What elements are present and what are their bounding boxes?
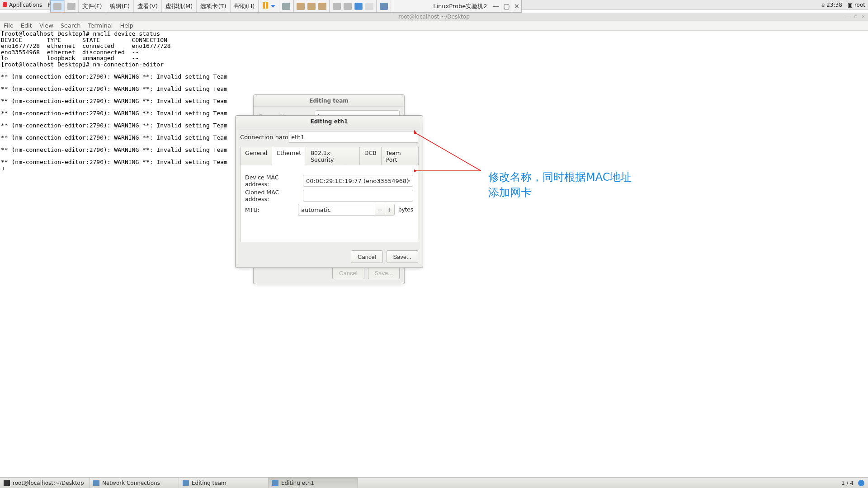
vmware-view-unity-icon[interactable] [365,3,373,10]
vmware-view-single-icon[interactable] [333,3,341,10]
vmware-snapshot-take-icon[interactable] [297,3,305,10]
vmware-view-fullscreen-icon[interactable] [354,3,363,10]
team-save-button[interactable]: Save... [368,267,400,279]
task-editing-team[interactable]: Editing team [179,478,269,488]
vmware-power-dropdown-icon[interactable] [271,5,275,8]
vmware-library-icon[interactable] [65,0,79,12]
mtu-increment-button[interactable]: + [385,204,395,216]
clock: e 23:38 [821,2,842,8]
guest-window-title-text: root@localhost:~/Desktop [398,14,470,20]
vmware-thumbnail-bar-icon[interactable] [380,3,388,10]
tab-general[interactable]: General [240,147,272,165]
vmware-vm-title: LinuxProbe实验机2 [391,0,491,12]
mtu-label: MTU: [245,206,294,213]
device-mac-combo[interactable]: 00:0C:29:1C:19:77 (eno33554968) ▾ [303,175,413,187]
eth-save-button[interactable]: Save... [387,250,418,263]
tab-team-port[interactable]: Team Port [381,147,419,165]
terminal-menu-view[interactable]: View [39,22,53,29]
terminal-menu-terminal[interactable]: Terminal [88,22,113,29]
guest-close-icon[interactable]: × [861,13,865,21]
vmware-snapshot-revert-icon[interactable] [307,3,316,10]
vmware-maximize-icon[interactable]: ▢ [501,0,512,12]
eth-tabs: General Ethernet 802.1x Security DCB Tea… [240,146,418,165]
workspace-indicator[interactable]: 1 / 4 [841,480,854,486]
gnome-taskbar: root@localhost:~/Desktop Network Connect… [0,477,868,488]
eth-conn-name-input[interactable]: eth1 [288,131,418,143]
vmware-menu-vm[interactable]: 虚拟机(M) [162,0,197,12]
guest-minimize-icon[interactable]: — [845,13,850,21]
vmware-view-multi-icon[interactable] [344,3,352,10]
eth-conn-name-label: Connection name: [240,134,288,141]
editing-eth1-title: Editing eth1 [236,116,423,127]
cloned-mac-label: Cloned MAC address: [245,189,299,202]
vmware-pause-button[interactable] [263,2,268,10]
vmware-home-icon[interactable] [50,0,65,12]
vmware-toolbar: 文件(F) 编辑(E) 查看(V) 虚拟机(M) 选项卡(T) 帮助(H) Li… [50,0,522,13]
activities-icon [3,2,7,7]
applications-menu[interactable]: Applications [3,2,42,8]
vmware-menu-edit[interactable]: 编辑(E) [106,0,134,12]
vmware-send-ctrl-alt-del-icon[interactable] [279,0,293,12]
eth1-task-icon [272,480,278,486]
task-network-connections[interactable]: Network Connections [90,478,179,488]
user-menu[interactable]: ▣ root [848,2,865,8]
guest-window-titlebar: root@localhost:~/Desktop — ▫ × [0,13,868,21]
annotation-text: 修改名称，同时根据MAC地址 添加网卡 [488,170,632,200]
terminal-menu-help[interactable]: Help [120,22,133,29]
vmware-menu-help[interactable]: 帮助(H) [231,0,259,12]
mtu-decrement-button[interactable]: − [375,204,385,216]
terminal-menu-search[interactable]: Search [61,22,81,29]
eth-cancel-button[interactable]: Cancel [351,250,382,263]
terminal-menu-edit[interactable]: Edit [21,22,32,29]
terminal-menu-file[interactable]: File [4,22,14,29]
mtu-spinbox[interactable]: automatic − + [298,204,395,216]
network-task-icon [93,480,99,486]
cloned-mac-input[interactable] [303,190,413,202]
tab-dcb[interactable]: DCB [359,147,382,165]
vmware-menu-file[interactable]: 文件(F) [79,0,106,12]
vmware-menu-view[interactable]: 查看(V) [134,0,162,12]
terminal-output[interactable]: [root@localhost Desktop]# nmcli device s… [0,31,868,477]
guest-maximize-icon[interactable]: ▫ [854,13,857,21]
terminal-task-icon [4,480,10,486]
task-terminal[interactable]: root@localhost:~/Desktop [0,478,90,488]
tray-info-icon[interactable] [858,480,864,486]
tab-ethernet[interactable]: Ethernet [272,147,306,165]
tab-8021x-security[interactable]: 802.1x Security [306,147,360,165]
chevron-down-icon: ▾ [408,178,410,183]
editing-eth1-dialog: Editing eth1 Connection name: eth1 Gener… [235,115,423,268]
mtu-unit: bytes [398,206,413,213]
editing-team-title: Editing team [254,95,404,107]
task-editing-eth1[interactable]: Editing eth1 [269,478,358,488]
team-cancel-button[interactable]: Cancel [332,267,364,279]
terminal-menubar: File Edit View Search Terminal Help [0,21,868,31]
vmware-minimize-icon[interactable]: — [491,0,501,12]
device-mac-label: Device MAC address: [245,174,299,188]
vmware-close-icon[interactable]: ✕ [512,0,522,12]
tab-pane-ethernet: Device MAC address: 00:0C:29:1C:19:77 (e… [240,165,418,242]
mtu-input[interactable]: automatic [298,204,375,216]
team-task-icon [183,480,189,486]
vmware-menu-tabs[interactable]: 选项卡(T) [197,0,230,12]
vmware-snapshot-manager-icon[interactable] [318,3,326,10]
